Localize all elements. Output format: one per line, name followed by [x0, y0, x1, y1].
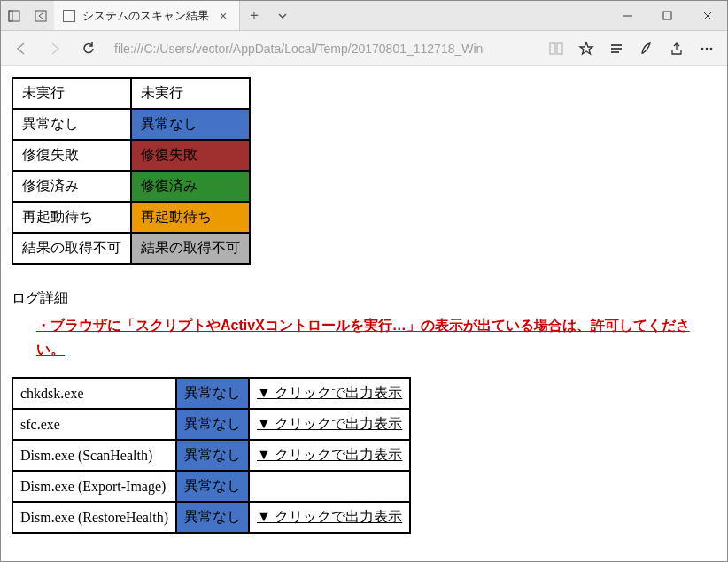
share-icon[interactable] [662, 34, 692, 64]
legend-label: 修復失敗 [12, 140, 131, 171]
legend-sample: 修復済み [131, 171, 250, 202]
svg-rect-1 [9, 11, 12, 21]
log-status: 異常なし [176, 502, 249, 533]
table-row: Dism.exe (ScanHealth)異常なし▼ クリックで出力表示 [12, 440, 410, 471]
title-left [1, 1, 54, 30]
log-status: 異常なし [176, 409, 249, 440]
svg-rect-4 [663, 12, 671, 19]
page-icon [63, 10, 75, 22]
log-action-cell: ▼ クリックで出力表示 [249, 502, 410, 533]
log-status: 異常なし [176, 440, 249, 471]
more-icon[interactable] [692, 34, 722, 64]
svg-point-12 [710, 47, 713, 50]
minimize-button[interactable] [608, 1, 647, 31]
window-controls [608, 1, 727, 30]
refresh-button[interactable] [74, 34, 104, 64]
log-status: 異常なし [176, 471, 249, 502]
favorite-star-icon[interactable] [571, 34, 601, 64]
legend-sample: 修復失敗 [131, 140, 250, 171]
table-row: Dism.exe (RestoreHealth)異常なし▼ クリックで出力表示 [12, 502, 410, 533]
maximize-button[interactable] [647, 1, 687, 31]
sidebar-toggle-icon[interactable] [1, 10, 27, 22]
log-action-cell: ▼ クリックで出力表示 [249, 409, 410, 440]
log-section-title: ログ詳細 [12, 289, 716, 308]
close-tab-icon[interactable]: × [216, 9, 230, 23]
reading-view-icon[interactable] [541, 34, 571, 64]
table-row: sfc.exe異常なし▼ クリックで出力表示 [12, 409, 410, 440]
table-row: 修復失敗修復失敗 [12, 140, 250, 171]
log-action-cell: ▼ クリックで出力表示 [249, 440, 410, 471]
legend-table: 未実行未実行異常なし異常なし修復失敗修復失敗修復済み修復済み再起動待ち再起動待ち… [12, 77, 251, 265]
browser-tab[interactable]: システムのスキャン結果 × [54, 1, 240, 30]
expand-output-link[interactable]: ▼ クリックで出力表示 [257, 447, 402, 462]
forward-button[interactable] [40, 34, 70, 64]
url-text: file:///C:/Users/vector/AppData/Local/Te… [114, 42, 531, 56]
log-name: sfc.exe [12, 409, 176, 440]
right-tools [541, 34, 722, 64]
log-action-cell: ▼ クリックで出力表示 [249, 378, 410, 409]
log-status: 異常なし [176, 378, 249, 409]
legend-sample: 異常なし [131, 109, 250, 140]
legend-label: 修復済み [12, 171, 131, 202]
table-row: 異常なし異常なし [12, 109, 250, 140]
tab-label: システムのスキャン結果 [82, 8, 209, 24]
back-button[interactable] [6, 34, 36, 64]
table-row: 結果の取得不可結果の取得不可 [12, 233, 250, 264]
legend-label: 異常なし [12, 109, 131, 140]
log-name: Dism.exe (RestoreHealth) [12, 502, 176, 533]
expand-output-link[interactable]: ▼ クリックで出力表示 [257, 416, 402, 431]
legend-label: 再起動待ち [12, 202, 131, 233]
table-row: chkdsk.exe異常なし▼ クリックで出力表示 [12, 378, 410, 409]
legend-sample: 再起動待ち [131, 202, 250, 233]
close-window-button[interactable] [687, 1, 727, 31]
new-tab-button[interactable]: ＋ [240, 1, 268, 30]
svg-rect-6 [557, 43, 562, 54]
log-table: chkdsk.exe異常なし▼ クリックで出力表示sfc.exe異常なし▼ クリ… [12, 377, 411, 534]
tab-dropdown-icon[interactable] [268, 1, 297, 30]
table-row: 修復済み修復済み [12, 171, 250, 202]
expand-output-link[interactable]: ▼ クリックで出力表示 [257, 385, 402, 400]
set-aside-tabs-icon[interactable] [27, 10, 54, 22]
log-name: chkdsk.exe [12, 378, 176, 409]
page-content: 未実行未実行異常なし異常なし修復失敗修復失敗修復済み修復済み再起動待ち再起動待ち… [1, 66, 727, 561]
address-bar[interactable]: file:///C:/Users/vector/AppData/Local/Te… [107, 42, 538, 56]
warning-text: ・ブラウザに「スクリプトやActivXコントロールを実行…」の表示が出ている場合… [12, 313, 716, 377]
notes-icon[interactable] [631, 34, 662, 64]
log-name: Dism.exe (ScanHealth) [12, 440, 176, 471]
log-action-cell [249, 471, 410, 502]
legend-label: 結果の取得不可 [12, 233, 131, 264]
titlebar: システムのスキャン結果 × ＋ [1, 1, 727, 31]
hub-icon[interactable] [601, 34, 631, 64]
svg-point-11 [706, 47, 709, 50]
svg-point-10 [701, 47, 704, 50]
table-row: 未実行未実行 [12, 78, 250, 109]
tab-strip: システムのスキャン結果 × ＋ [54, 1, 608, 30]
expand-output-link[interactable]: ▼ クリックで出力表示 [257, 509, 402, 524]
svg-rect-0 [9, 11, 19, 21]
svg-rect-2 [35, 11, 46, 21]
legend-label: 未実行 [12, 78, 131, 109]
legend-sample: 結果の取得不可 [131, 233, 250, 264]
legend-sample: 未実行 [131, 78, 250, 109]
table-row: 再起動待ち再起動待ち [12, 202, 250, 233]
log-name: Dism.exe (Export-Image) [12, 471, 176, 502]
svg-rect-5 [550, 43, 555, 54]
toolbar: file:///C:/Users/vector/AppData/Local/Te… [1, 31, 727, 66]
table-row: Dism.exe (Export-Image)異常なし [12, 471, 410, 502]
